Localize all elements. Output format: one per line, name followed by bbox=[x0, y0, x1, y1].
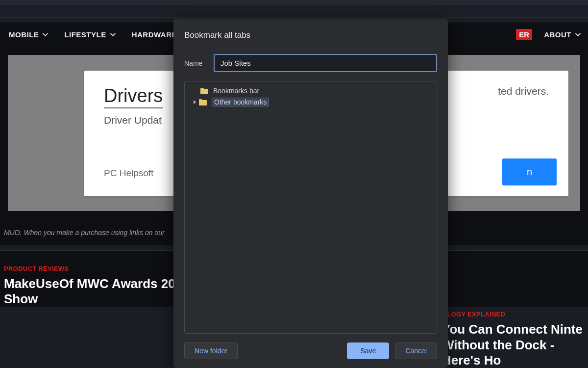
nav-item-lifestyle[interactable]: LIFESTYLE bbox=[55, 23, 122, 46]
dialog-title: Bookmark all tabs bbox=[184, 30, 437, 40]
nav-badge[interactable]: ER bbox=[516, 29, 532, 40]
folder-icon bbox=[200, 88, 208, 94]
article-category: OLOGY EXPLAINED bbox=[442, 311, 584, 318]
nav-item-mobile[interactable]: MOBILE bbox=[0, 23, 55, 46]
new-folder-button[interactable]: New folder bbox=[184, 342, 238, 359]
article-card-right[interactable]: OLOGY EXPLAINED You Can Connect NinteWit… bbox=[442, 311, 584, 368]
bookmark-folder-tree[interactable]: Bookmarks bar Other bookmarks bbox=[184, 81, 437, 334]
ad-right-text: ted drivers. bbox=[461, 85, 549, 97]
bookmark-all-tabs-dialog: Bookmark all tabs Name Bookmarks bar Oth… bbox=[173, 19, 448, 368]
folder-icon bbox=[199, 99, 207, 105]
name-field-row: Name bbox=[184, 54, 437, 72]
nav-label: MOBILE bbox=[9, 30, 39, 39]
name-input[interactable] bbox=[214, 54, 437, 72]
nav-right-cluster: ER ABOUT bbox=[516, 23, 588, 46]
name-field-label: Name bbox=[184, 59, 214, 67]
article-headline: You Can Connect NinteWithout the Dock - … bbox=[442, 322, 584, 368]
tree-item-other-bookmarks[interactable]: Other bookmarks bbox=[187, 96, 435, 108]
ad-open-button[interactable]: n bbox=[502, 158, 557, 185]
expander-icon[interactable] bbox=[194, 100, 196, 104]
cancel-button[interactable]: Cancel bbox=[395, 342, 437, 359]
chevron-down-icon bbox=[43, 31, 48, 36]
chevron-down-icon bbox=[110, 31, 115, 36]
nav-label: LIFESTYLE bbox=[64, 30, 106, 39]
browser-toolbar-strip bbox=[0, 5, 588, 18]
tree-item-label: Bookmarks bar bbox=[213, 87, 259, 95]
nav-label: ABOUT bbox=[544, 30, 571, 39]
dialog-footer: New folder Save Cancel bbox=[184, 342, 437, 359]
save-button[interactable]: Save bbox=[347, 342, 389, 359]
chevron-down-icon bbox=[575, 31, 581, 36]
ad-title: Drivers bbox=[104, 85, 163, 108]
browser-top-strip bbox=[0, 0, 588, 5]
nav-item-about[interactable]: ABOUT bbox=[535, 23, 588, 46]
ad-source: PC Helpsoft bbox=[104, 168, 153, 179]
tree-item-bookmarks-bar[interactable]: Bookmarks bar bbox=[187, 85, 435, 96]
ad-card-right[interactable]: ted drivers. n bbox=[441, 71, 568, 196]
nav-label: HARDWARE bbox=[132, 30, 177, 39]
tree-item-label: Other bookmarks bbox=[212, 98, 269, 106]
